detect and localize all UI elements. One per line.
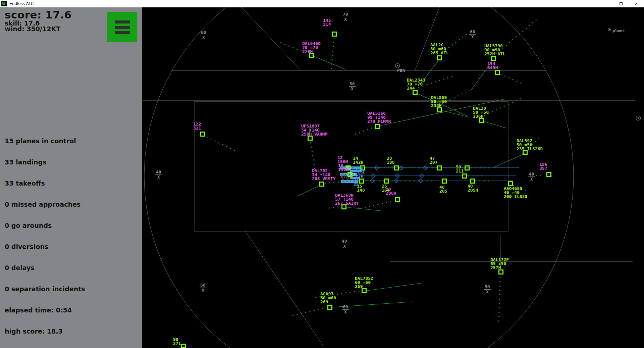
aircraft-label-40-205[interactable]: 40 205 (439, 185, 447, 193)
aircraft-target[interactable] (200, 132, 205, 137)
aircraft-label-dal172p[interactable]: DAL172P 65 ↓50 257H (490, 258, 509, 270)
app-icon (1, 1, 7, 6)
aircraft-target[interactable] (394, 165, 399, 170)
aircraft-target[interactable] (347, 172, 353, 177)
min-alt-mark: 50X (484, 285, 491, 294)
aircraft-label-90-271[interactable]: 90 271 (173, 338, 181, 346)
stat-line: 33 landings (5, 159, 85, 166)
aircraft-label-dal59z[interactable]: DAL59Z 50 =50 235 ILS26R (517, 139, 543, 151)
aircraft-label-dal369n[interactable]: DAL369N 57 ↑140 267 GAIRY (335, 193, 359, 205)
wind-readout: wind: 350/12KT (5, 25, 60, 33)
aircraft-target[interactable] (465, 165, 470, 170)
close-button[interactable]: ✕ (629, 0, 644, 7)
min-alt-mark: 60X (200, 30, 207, 40)
aircraft-label-dal646q[interactable]: DAL646Q 70 =70 279H (302, 42, 321, 54)
score-readout: score: 17.6 (5, 9, 72, 21)
aircraft-label-47-207[interactable]: 47 207 (430, 156, 437, 164)
aircraft-target[interactable] (546, 172, 551, 177)
min-alt-mark: 50X (349, 82, 356, 91)
stat-line: elapsed time: 0:54 (5, 307, 85, 314)
min-alt-mark: 40X (341, 239, 348, 249)
stat-line: 0 separation incidents (5, 286, 85, 293)
aircraft-target[interactable] (181, 344, 186, 348)
airport-code-label: ATL (341, 175, 348, 179)
aircraft-label-dal30[interactable]: DAL30 50 =50 236H (473, 106, 489, 118)
sector-lines (143, 0, 635, 348)
navaid-label-plmmr: plmmr (612, 29, 625, 33)
minimize-button[interactable] (598, 0, 613, 7)
aircraft-target[interactable] (491, 56, 496, 61)
min-alt-mark: 70X (342, 12, 349, 22)
runway-label-27l: 27L (352, 177, 359, 182)
aircraft-label-asq468g[interactable]: ASQ468G 40 =40 200 ILS28 (504, 187, 527, 199)
min-alt-mark: 40X (528, 172, 535, 182)
aircraft-label-196[interactable]: 196 357 (539, 162, 547, 170)
aircraft-target[interactable] (442, 179, 447, 184)
aircraft-target[interactable] (413, 90, 418, 95)
stat-line: 33 takeoffs (5, 180, 85, 187)
window-titlebar: Endless ATC ✕ (0, 0, 644, 7)
navaid-label-pdk: PDK (397, 68, 405, 73)
stat-line: 15 planes in control (5, 138, 85, 145)
aircraft-target[interactable] (395, 197, 400, 202)
aircraft-label-59-211[interactable]: 59 211 (456, 165, 464, 173)
aircraft-label-aal2g[interactable]: AAL2G 80 =80 285 ATL (430, 43, 449, 55)
aircraft-target[interactable] (359, 179, 364, 184)
aircraft-label-28-188[interactable]: 28 188 (387, 156, 394, 164)
aircraft-target[interactable] (462, 173, 467, 179)
aircraft-label-14-142h[interactable]: 14 142H (353, 156, 363, 164)
min-alt-mark: 60X (342, 305, 349, 314)
aircraft-target[interactable] (470, 179, 475, 184)
aircraft-target[interactable] (332, 32, 337, 37)
aircraft-label-10-147h[interactable]: 10 147H (338, 164, 348, 172)
aircraft-label-dal2343[interactable]: DAL2343 70 =70 244 (407, 78, 425, 90)
aircraft-label-dal869[interactable]: DAL869 50 =50 238H (431, 96, 447, 108)
aircraft-label-40-205h[interactable]: 40 205H (468, 184, 478, 192)
stat-line: 0 missed approaches (5, 201, 85, 208)
maximize-button[interactable] (613, 0, 629, 7)
aircraft-label-dal702[interactable]: DAL702 34 ↑140 208 VRSTY (312, 169, 335, 181)
aircraft-label-dal785z[interactable]: DAL785Z 60 =60 269 (355, 277, 373, 289)
aircraft-label-ual5790[interactable]: UAL5790 90 =90 252H ATL (484, 44, 505, 56)
min-alt-mark: 50X (200, 283, 206, 293)
aircraft-label-122[interactable]: 122 321 (193, 122, 201, 130)
stat-line: 0 diversions (5, 243, 85, 250)
aircraft-target[interactable] (495, 70, 500, 75)
control-sidebar: score: 17.6 skill: 17.6 wind: 350/12KT 1… (0, 7, 142, 348)
aircraft-label-15-140[interactable]: 15 140 (357, 184, 365, 192)
stat-line: 0 delays (5, 264, 85, 271)
stat-line: 0 go arounds (5, 222, 85, 229)
aircraft-target[interactable] (479, 118, 484, 123)
aircraft-label-12-156h[interactable]: 12 156H (337, 156, 348, 164)
aircraft-label-145[interactable]: 145 314 (323, 18, 331, 27)
window-title: Endless ATC (9, 1, 34, 6)
aircraft-target[interactable] (384, 179, 389, 184)
aircraft-target[interactable] (437, 55, 442, 60)
menu-button[interactable] (107, 12, 137, 42)
aircraft-target[interactable] (327, 305, 332, 310)
aircraft-target[interactable] (375, 124, 380, 129)
min-alt-mark: 40X (155, 170, 162, 180)
aircraft-target[interactable] (437, 165, 442, 170)
close-icon: ✕ (635, 2, 638, 6)
aircraft-label-25-164[interactable]: 25 164 (382, 184, 389, 192)
min-alt-mark: 60X (469, 30, 476, 39)
aircraft-target[interactable] (362, 288, 367, 293)
aircraft-target[interactable] (437, 107, 442, 112)
aircraft-label-ual5160[interactable]: UAL5160 99 ↑140 279 PLMMR (367, 111, 391, 123)
session-stats: 15 planes in control 33 landings 33 take… (5, 123, 85, 348)
aircraft-target[interactable] (508, 181, 513, 186)
aircraft-target[interactable] (319, 182, 324, 187)
stat-line: high score: 18.3 (5, 328, 85, 335)
aircraft-label-154[interactable]: 154 345H (487, 62, 498, 70)
maximize-icon (620, 2, 623, 5)
aircraft-label-ups1807[interactable]: UPS1807 54 ↑140 250H VARNM (301, 124, 327, 136)
aircraft-target[interactable] (498, 269, 503, 275)
minimize-icon (604, 4, 607, 4)
aircraft-label-aca97[interactable]: ACA97 60 =60 269 (320, 292, 336, 304)
